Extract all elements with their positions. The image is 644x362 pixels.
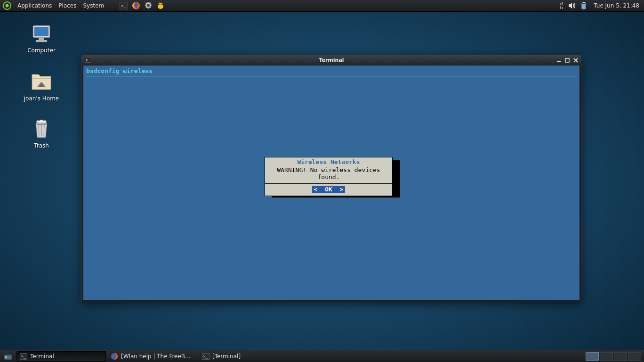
svg-point-12 bbox=[161, 4, 162, 5]
desktop-icon-label: Trash bbox=[16, 142, 67, 149]
workspace-pager bbox=[586, 352, 641, 361]
window-title: Terminal bbox=[319, 57, 344, 63]
workspace-4[interactable] bbox=[628, 352, 641, 361]
svg-point-1 bbox=[6, 4, 9, 8]
svg-text:>_: >_ bbox=[121, 3, 126, 8]
workspace-2[interactable] bbox=[600, 352, 613, 361]
taskbar-item-label: [Terminal] bbox=[212, 353, 241, 360]
desktop-icon-label: joan's Home bbox=[16, 95, 67, 102]
svg-rect-38 bbox=[5, 356, 7, 358]
wireless-dialog: Wireless Networks WARNING! No wireless d… bbox=[265, 157, 393, 196]
dialog-button-row: < OK > bbox=[265, 183, 392, 196]
desktop-icon-computer[interactable]: Computer bbox=[16, 23, 67, 54]
svg-rect-15 bbox=[560, 6, 561, 9]
svg-point-6 bbox=[147, 4, 150, 7]
computer-icon bbox=[30, 23, 53, 45]
svg-rect-19 bbox=[583, 2, 585, 3]
svg-rect-20 bbox=[582, 4, 585, 8]
workspace-3[interactable] bbox=[614, 352, 627, 361]
close-button[interactable] bbox=[572, 57, 579, 64]
terminal-body[interactable]: bsdconfig wireless Wireless Networks WAR… bbox=[83, 66, 580, 300]
terminal-icon: >_ bbox=[20, 353, 27, 360]
terminal-icon: >_ bbox=[202, 353, 209, 360]
notification-icon[interactable] bbox=[560, 2, 564, 9]
svg-rect-37 bbox=[4, 354, 12, 355]
svg-marker-17 bbox=[569, 3, 572, 8]
mate-logo-icon[interactable] bbox=[3, 1, 11, 10]
show-desktop-button[interactable] bbox=[1, 351, 15, 362]
window-titlebar[interactable]: >_ Terminal bbox=[82, 55, 581, 65]
minimize-button[interactable] bbox=[555, 57, 562, 64]
dialog-title: Wireless Networks bbox=[265, 157, 392, 165]
folder-home-icon bbox=[30, 71, 53, 93]
svg-rect-25 bbox=[40, 84, 43, 87]
terminal-icon: >_ bbox=[85, 57, 91, 64]
ok-button-label: OK bbox=[325, 186, 332, 193]
trash-icon bbox=[30, 118, 53, 140]
volume-icon[interactable] bbox=[568, 2, 577, 9]
svg-text:>_: >_ bbox=[86, 58, 90, 62]
svg-rect-13 bbox=[560, 3, 561, 5]
svg-point-11 bbox=[160, 4, 161, 5]
bottom-panel: >_ Terminal [Wlan help | The FreeB... >_… bbox=[0, 350, 644, 362]
firefox-icon bbox=[111, 353, 118, 360]
svg-rect-16 bbox=[562, 7, 563, 9]
terminal-divider bbox=[86, 76, 577, 76]
taskbar-item-terminal-2[interactable]: >_ [Terminal] bbox=[199, 351, 289, 362]
svg-rect-23 bbox=[39, 38, 44, 40]
launcher-settings-icon[interactable] bbox=[144, 1, 153, 10]
taskbar-item-label: [Wlan help | The FreeB... bbox=[121, 353, 191, 360]
taskbar-item-firefox[interactable]: [Wlan help | The FreeB... bbox=[108, 351, 197, 362]
taskbar-item-label: Terminal bbox=[30, 353, 54, 360]
terminal-prompt-line: bsdconfig wireless bbox=[86, 67, 577, 74]
system-menu[interactable]: System bbox=[80, 2, 107, 9]
ok-button[interactable]: < OK > bbox=[312, 186, 346, 193]
launcher-terminal-icon[interactable]: >_ bbox=[120, 2, 128, 9]
battery-icon[interactable] bbox=[580, 2, 587, 9]
taskbar-item-terminal[interactable]: >_ Terminal bbox=[16, 351, 106, 362]
svg-rect-14 bbox=[562, 2, 563, 5]
dialog-message: WARNING! No wireless devices found. bbox=[265, 165, 392, 183]
desktop-icon-home[interactable]: joan's Home bbox=[16, 71, 67, 102]
svg-rect-22 bbox=[34, 27, 48, 36]
svg-rect-33 bbox=[565, 58, 569, 62]
places-menu[interactable]: Places bbox=[55, 2, 80, 9]
launcher-firefox-icon[interactable] bbox=[132, 1, 140, 10]
launcher-cat-icon[interactable] bbox=[156, 1, 165, 10]
applications-menu[interactable]: Applications bbox=[14, 2, 55, 9]
svg-rect-24 bbox=[36, 40, 47, 42]
clock[interactable]: Tue Jun 5, 21:48 bbox=[591, 2, 642, 9]
terminal-window: >_ Terminal bsdconfig wireless Wireless … bbox=[81, 55, 581, 302]
svg-text:>_: >_ bbox=[203, 354, 208, 359]
maximize-button[interactable] bbox=[564, 57, 571, 64]
desktop-icon-trash[interactable]: Trash bbox=[16, 118, 67, 149]
svg-text:>_: >_ bbox=[21, 354, 26, 359]
workspace-1[interactable] bbox=[586, 352, 599, 361]
desktop-icon-label: Computer bbox=[16, 47, 67, 54]
top-panel: Applications Places System >_ Tue Jun 5,… bbox=[0, 0, 644, 12]
